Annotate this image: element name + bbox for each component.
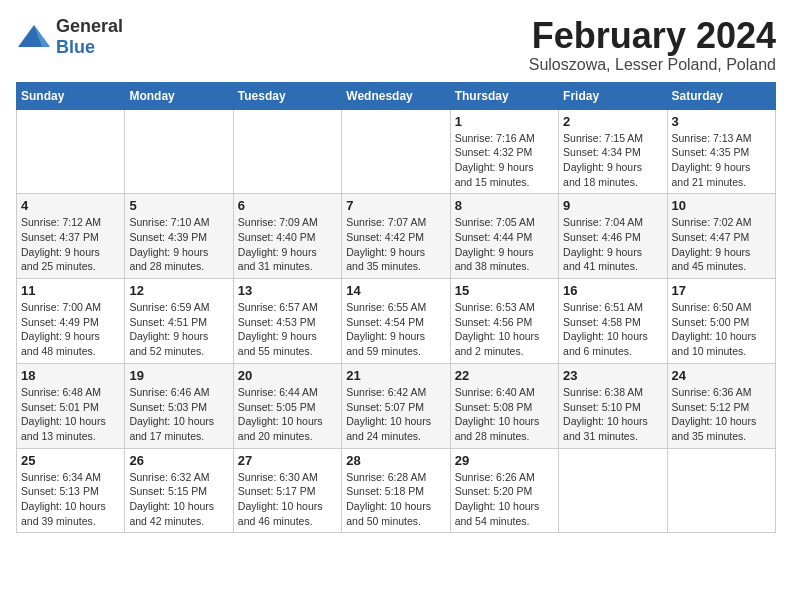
calendar-day-cell: 10Sunrise: 7:02 AM Sunset: 4:47 PM Dayli… bbox=[667, 194, 775, 279]
calendar-header-row: SundayMondayTuesdayWednesdayThursdayFrid… bbox=[17, 82, 776, 109]
calendar-week-row: 1Sunrise: 7:16 AM Sunset: 4:32 PM Daylig… bbox=[17, 109, 776, 194]
day-info: Sunrise: 7:05 AM Sunset: 4:44 PM Dayligh… bbox=[455, 215, 554, 274]
day-number: 6 bbox=[238, 198, 337, 213]
day-info: Sunrise: 6:57 AM Sunset: 4:53 PM Dayligh… bbox=[238, 300, 337, 359]
calendar-week-row: 18Sunrise: 6:48 AM Sunset: 5:01 PM Dayli… bbox=[17, 363, 776, 448]
day-info: Sunrise: 6:53 AM Sunset: 4:56 PM Dayligh… bbox=[455, 300, 554, 359]
calendar-day-cell: 21Sunrise: 6:42 AM Sunset: 5:07 PM Dayli… bbox=[342, 363, 450, 448]
day-number: 18 bbox=[21, 368, 120, 383]
calendar-day-cell: 11Sunrise: 7:00 AM Sunset: 4:49 PM Dayli… bbox=[17, 279, 125, 364]
weekday-header-cell: Wednesday bbox=[342, 82, 450, 109]
location-subtitle: Suloszowa, Lesser Poland, Poland bbox=[529, 56, 776, 74]
day-number: 19 bbox=[129, 368, 228, 383]
calendar-day-cell: 22Sunrise: 6:40 AM Sunset: 5:08 PM Dayli… bbox=[450, 363, 558, 448]
day-info: Sunrise: 6:44 AM Sunset: 5:05 PM Dayligh… bbox=[238, 385, 337, 444]
day-number: 9 bbox=[563, 198, 662, 213]
calendar-day-cell: 13Sunrise: 6:57 AM Sunset: 4:53 PM Dayli… bbox=[233, 279, 341, 364]
calendar-day-cell: 24Sunrise: 6:36 AM Sunset: 5:12 PM Dayli… bbox=[667, 363, 775, 448]
day-number: 26 bbox=[129, 453, 228, 468]
logo-blue-text: Blue bbox=[56, 37, 95, 57]
calendar-day-cell: 5Sunrise: 7:10 AM Sunset: 4:39 PM Daylig… bbox=[125, 194, 233, 279]
calendar-day-cell bbox=[559, 448, 667, 533]
day-number: 3 bbox=[672, 114, 771, 129]
calendar-week-row: 11Sunrise: 7:00 AM Sunset: 4:49 PM Dayli… bbox=[17, 279, 776, 364]
day-info: Sunrise: 6:50 AM Sunset: 5:00 PM Dayligh… bbox=[672, 300, 771, 359]
calendar-table: SundayMondayTuesdayWednesdayThursdayFrid… bbox=[16, 82, 776, 534]
calendar-day-cell: 23Sunrise: 6:38 AM Sunset: 5:10 PM Dayli… bbox=[559, 363, 667, 448]
calendar-day-cell bbox=[125, 109, 233, 194]
day-info: Sunrise: 7:09 AM Sunset: 4:40 PM Dayligh… bbox=[238, 215, 337, 274]
calendar-day-cell bbox=[233, 109, 341, 194]
day-number: 1 bbox=[455, 114, 554, 129]
weekday-header-cell: Friday bbox=[559, 82, 667, 109]
weekday-header-cell: Sunday bbox=[17, 82, 125, 109]
day-number: 15 bbox=[455, 283, 554, 298]
day-info: Sunrise: 6:48 AM Sunset: 5:01 PM Dayligh… bbox=[21, 385, 120, 444]
day-number: 24 bbox=[672, 368, 771, 383]
day-number: 4 bbox=[21, 198, 120, 213]
day-info: Sunrise: 6:36 AM Sunset: 5:12 PM Dayligh… bbox=[672, 385, 771, 444]
calendar-day-cell: 6Sunrise: 7:09 AM Sunset: 4:40 PM Daylig… bbox=[233, 194, 341, 279]
day-number: 7 bbox=[346, 198, 445, 213]
calendar-week-row: 4Sunrise: 7:12 AM Sunset: 4:37 PM Daylig… bbox=[17, 194, 776, 279]
day-number: 17 bbox=[672, 283, 771, 298]
weekday-header-cell: Saturday bbox=[667, 82, 775, 109]
calendar-week-row: 25Sunrise: 6:34 AM Sunset: 5:13 PM Dayli… bbox=[17, 448, 776, 533]
day-info: Sunrise: 7:10 AM Sunset: 4:39 PM Dayligh… bbox=[129, 215, 228, 274]
day-info: Sunrise: 7:16 AM Sunset: 4:32 PM Dayligh… bbox=[455, 131, 554, 190]
day-info: Sunrise: 7:07 AM Sunset: 4:42 PM Dayligh… bbox=[346, 215, 445, 274]
title-section: February 2024 Suloszowa, Lesser Poland, … bbox=[529, 16, 776, 74]
day-info: Sunrise: 6:42 AM Sunset: 5:07 PM Dayligh… bbox=[346, 385, 445, 444]
day-info: Sunrise: 6:32 AM Sunset: 5:15 PM Dayligh… bbox=[129, 470, 228, 529]
day-number: 22 bbox=[455, 368, 554, 383]
logo: General Blue bbox=[16, 16, 123, 58]
month-title: February 2024 bbox=[529, 16, 776, 56]
day-info: Sunrise: 6:40 AM Sunset: 5:08 PM Dayligh… bbox=[455, 385, 554, 444]
day-number: 8 bbox=[455, 198, 554, 213]
calendar-day-cell: 17Sunrise: 6:50 AM Sunset: 5:00 PM Dayli… bbox=[667, 279, 775, 364]
day-info: Sunrise: 6:55 AM Sunset: 4:54 PM Dayligh… bbox=[346, 300, 445, 359]
calendar-day-cell: 25Sunrise: 6:34 AM Sunset: 5:13 PM Dayli… bbox=[17, 448, 125, 533]
day-number: 20 bbox=[238, 368, 337, 383]
calendar-day-cell: 3Sunrise: 7:13 AM Sunset: 4:35 PM Daylig… bbox=[667, 109, 775, 194]
calendar-day-cell: 28Sunrise: 6:28 AM Sunset: 5:18 PM Dayli… bbox=[342, 448, 450, 533]
day-number: 27 bbox=[238, 453, 337, 468]
calendar-day-cell: 18Sunrise: 6:48 AM Sunset: 5:01 PM Dayli… bbox=[17, 363, 125, 448]
day-info: Sunrise: 7:15 AM Sunset: 4:34 PM Dayligh… bbox=[563, 131, 662, 190]
calendar-day-cell bbox=[667, 448, 775, 533]
day-info: Sunrise: 7:02 AM Sunset: 4:47 PM Dayligh… bbox=[672, 215, 771, 274]
day-info: Sunrise: 7:04 AM Sunset: 4:46 PM Dayligh… bbox=[563, 215, 662, 274]
weekday-header-cell: Thursday bbox=[450, 82, 558, 109]
calendar-day-cell: 27Sunrise: 6:30 AM Sunset: 5:17 PM Dayli… bbox=[233, 448, 341, 533]
page-header: General Blue February 2024 Suloszowa, Le… bbox=[16, 16, 776, 74]
calendar-day-cell: 29Sunrise: 6:26 AM Sunset: 5:20 PM Dayli… bbox=[450, 448, 558, 533]
day-info: Sunrise: 7:12 AM Sunset: 4:37 PM Dayligh… bbox=[21, 215, 120, 274]
weekday-header-cell: Tuesday bbox=[233, 82, 341, 109]
calendar-day-cell bbox=[17, 109, 125, 194]
day-number: 2 bbox=[563, 114, 662, 129]
calendar-day-cell: 14Sunrise: 6:55 AM Sunset: 4:54 PM Dayli… bbox=[342, 279, 450, 364]
calendar-day-cell: 1Sunrise: 7:16 AM Sunset: 4:32 PM Daylig… bbox=[450, 109, 558, 194]
day-number: 25 bbox=[21, 453, 120, 468]
day-number: 13 bbox=[238, 283, 337, 298]
day-number: 29 bbox=[455, 453, 554, 468]
day-number: 28 bbox=[346, 453, 445, 468]
calendar-day-cell bbox=[342, 109, 450, 194]
day-info: Sunrise: 6:34 AM Sunset: 5:13 PM Dayligh… bbox=[21, 470, 120, 529]
calendar-day-cell: 15Sunrise: 6:53 AM Sunset: 4:56 PM Dayli… bbox=[450, 279, 558, 364]
calendar-day-cell: 2Sunrise: 7:15 AM Sunset: 4:34 PM Daylig… bbox=[559, 109, 667, 194]
logo-icon bbox=[16, 23, 52, 51]
day-info: Sunrise: 6:59 AM Sunset: 4:51 PM Dayligh… bbox=[129, 300, 228, 359]
day-number: 21 bbox=[346, 368, 445, 383]
calendar-day-cell: 16Sunrise: 6:51 AM Sunset: 4:58 PM Dayli… bbox=[559, 279, 667, 364]
calendar-body: 1Sunrise: 7:16 AM Sunset: 4:32 PM Daylig… bbox=[17, 109, 776, 533]
day-number: 23 bbox=[563, 368, 662, 383]
calendar-day-cell: 20Sunrise: 6:44 AM Sunset: 5:05 PM Dayli… bbox=[233, 363, 341, 448]
day-number: 11 bbox=[21, 283, 120, 298]
day-info: Sunrise: 6:26 AM Sunset: 5:20 PM Dayligh… bbox=[455, 470, 554, 529]
day-info: Sunrise: 6:38 AM Sunset: 5:10 PM Dayligh… bbox=[563, 385, 662, 444]
day-number: 12 bbox=[129, 283, 228, 298]
logo-general-text: General bbox=[56, 16, 123, 36]
calendar-day-cell: 8Sunrise: 7:05 AM Sunset: 4:44 PM Daylig… bbox=[450, 194, 558, 279]
calendar-day-cell: 12Sunrise: 6:59 AM Sunset: 4:51 PM Dayli… bbox=[125, 279, 233, 364]
